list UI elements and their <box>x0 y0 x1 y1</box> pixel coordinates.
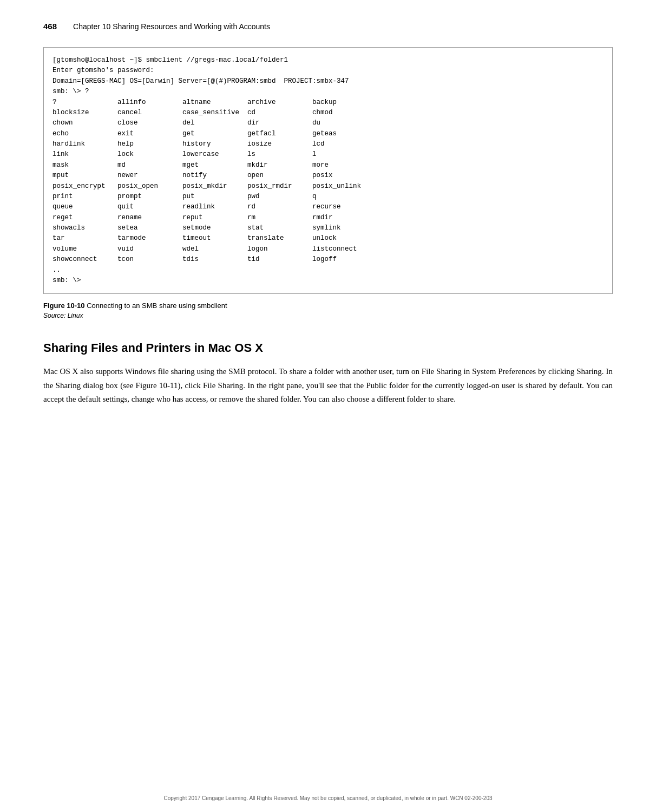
figure-source: Source: Linux <box>43 312 613 319</box>
figure-caption-text: Connecting to an SMB share using smbclie… <box>87 302 227 310</box>
section-heading: Sharing Files and Printers in Mac OS X <box>43 341 613 355</box>
terminal-output: [gtomsho@localhost ~]$ smbclient //gregs… <box>43 47 613 294</box>
figure-label: Figure 10-10 <box>43 302 85 310</box>
section-body: Mac OS X also supports Windows file shar… <box>43 365 613 407</box>
chapter-title: Chapter 10 Sharing Resources and Working… <box>73 22 270 31</box>
figure-caption: Figure 10-10 Connecting to an SMB share … <box>43 302 613 310</box>
page-number: 468 <box>43 22 57 31</box>
page-footer: Copyright 2017 Cengage Learning. All Rig… <box>0 795 656 801</box>
